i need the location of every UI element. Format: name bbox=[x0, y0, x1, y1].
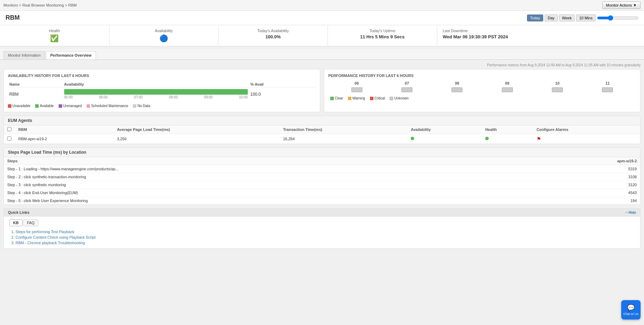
quick-link-3[interactable]: RBM - Chrome playback Troubleshooting bbox=[16, 240, 635, 246]
time-label-4: 09:00 bbox=[204, 95, 213, 99]
last-downtime-stat: Last Downtime Wed Mar 06 19:30:39 PST 20… bbox=[437, 25, 644, 46]
legend-scheduled-maintenance-label: Scheduled Maintenance bbox=[91, 104, 128, 108]
perf-hour-2: 08 bbox=[455, 81, 459, 85]
eum-agents-header: EUM Agents bbox=[4, 116, 640, 125]
avail-legend: Unavailable Available Unmanaged Schedule… bbox=[8, 104, 316, 108]
perf-bar-box-5 bbox=[602, 87, 613, 92]
availability-table: Name Availability % Avail RBM 05: bbox=[8, 81, 316, 101]
kb-tab[interactable]: KB bbox=[9, 219, 22, 226]
avail-col-avail: Availability bbox=[63, 81, 249, 88]
quick-links-title: Quick Links bbox=[8, 210, 29, 214]
perf-note: Performance metrics from Aug 9,2024 12:0… bbox=[3, 63, 641, 67]
time-btn-10mins[interactable]: 10 Mins bbox=[576, 15, 596, 21]
time-btn-week[interactable]: Week bbox=[559, 15, 575, 21]
eum-row-avg-page: 3,256 bbox=[114, 134, 280, 144]
quick-links-list: Steps for performing Test Playback Confi… bbox=[9, 229, 635, 246]
eum-row-checkbox[interactable] bbox=[7, 136, 11, 141]
perf-legend-warning: Warning bbox=[348, 96, 365, 100]
unavailable-dot bbox=[8, 104, 11, 108]
legend-available: Available bbox=[35, 104, 53, 108]
availability-label: Availability bbox=[115, 29, 213, 33]
quick-link-2[interactable]: Configure Content Check using Playback S… bbox=[16, 235, 635, 240]
quick-links-panel: Quick Links ~ Hide KB FAQ Steps for perf… bbox=[3, 208, 641, 249]
avail-bar-labels: 05:00 06:00 07:00 08:00 09:00 10:00 bbox=[64, 95, 248, 99]
avail-green-dot bbox=[411, 137, 414, 140]
time-btn-day[interactable]: Day bbox=[545, 15, 558, 21]
todays-uptime-stat: Today's Uptime 11 Hrs 5 Mins 9 Secs bbox=[328, 25, 437, 46]
clear-dot bbox=[330, 97, 334, 100]
faq-tab[interactable]: FAQ bbox=[23, 219, 38, 226]
table-row: Step - 1 : Loading - https://www.managee… bbox=[4, 165, 640, 173]
eum-col-health: Health bbox=[482, 125, 533, 134]
avail-bar-fill bbox=[64, 89, 248, 95]
no-data-dot bbox=[133, 104, 136, 108]
monitor-actions-button[interactable]: Monitor Actions ▼ bbox=[602, 1, 641, 9]
availability-icon: 🔵 bbox=[115, 34, 213, 42]
step-3: Step - 3 : click synthetic monitoring bbox=[4, 181, 524, 189]
todays-uptime-value: 11 Hrs 5 Mins 9 Secs bbox=[333, 34, 431, 39]
time-label-3: 08:00 bbox=[169, 95, 178, 99]
quick-links-header: Quick Links ~ Hide bbox=[4, 209, 640, 217]
perf-legend-critical: Critical bbox=[370, 96, 385, 100]
eum-col-avg-page: Average Page Load Time(ms) bbox=[114, 125, 280, 134]
avail-col-pct: % Avail bbox=[249, 81, 316, 88]
todays-availability-stat: Today's Availability 100.0% bbox=[218, 25, 328, 46]
time-navigation: Today Day Week 10 Mins bbox=[527, 15, 638, 21]
eum-select-all[interactable] bbox=[7, 127, 11, 131]
perf-legend-clear: Clear bbox=[330, 96, 343, 100]
avail-bar-cell: 05:00 06:00 07:00 08:00 09:00 10:00 bbox=[63, 88, 249, 101]
time-slider[interactable] bbox=[597, 15, 638, 21]
eum-col-rbm: RBM bbox=[15, 125, 114, 134]
perf-hour-0: 06 bbox=[355, 81, 359, 85]
quick-links-body: KB FAQ Steps for performing Test Playbac… bbox=[4, 217, 640, 248]
perf-legend: Clear Warning Critical Unknown bbox=[328, 96, 636, 100]
table-row: Step - 3 : click synthetic monitoring 31… bbox=[4, 181, 640, 189]
legend-scheduled-maintenance: Scheduled Maintenance bbox=[87, 104, 128, 108]
eum-row-avail bbox=[407, 134, 481, 144]
perf-legend-clear-label: Clear bbox=[335, 96, 343, 100]
perf-bar-box-2 bbox=[451, 87, 462, 92]
quick-link-1[interactable]: Steps for performing Test Playback bbox=[16, 229, 635, 235]
steps-header: Steps Page Load Time (ms) by Location bbox=[4, 148, 640, 157]
last-downtime-value: Wed Mar 06 19:30:39 PST 2024 bbox=[443, 34, 638, 39]
eum-col-check bbox=[4, 125, 15, 134]
eum-col-trans: Transaction Time(ms) bbox=[280, 125, 407, 134]
time-label-5: 10:00 bbox=[239, 95, 248, 99]
perf-bar-col-0 bbox=[351, 87, 362, 92]
perf-bars bbox=[328, 87, 636, 92]
perf-bar-col-3 bbox=[502, 87, 513, 92]
todays-availability-label: Today's Availability bbox=[224, 29, 322, 33]
eum-col-avail: Availability bbox=[407, 125, 481, 134]
alarm-icon[interactable]: ⚑ bbox=[537, 136, 541, 142]
availability-history-panel: AVAILABILITY HISTORY FOR LAST 6 HOURS Na… bbox=[3, 69, 320, 112]
perf-bar-col-4 bbox=[552, 87, 563, 92]
step-4-value: 4543 bbox=[524, 189, 640, 197]
charts-row: AVAILABILITY HISTORY FOR LAST 6 HOURS Na… bbox=[3, 69, 641, 112]
time-label-1: 06:00 bbox=[99, 95, 108, 99]
perf-bar-box-4 bbox=[552, 87, 563, 92]
avail-col-name: Name bbox=[8, 81, 63, 88]
page-header: RBM Today Day Week 10 Mins bbox=[0, 11, 644, 25]
scheduled-maintenance-dot bbox=[87, 104, 90, 108]
tab-performance-overview[interactable]: Performance Overview bbox=[46, 51, 96, 59]
hide-link[interactable]: ~ Hide bbox=[626, 211, 636, 214]
perf-legend-critical-label: Critical bbox=[374, 96, 385, 100]
perf-panel-title: PERFORMANCE HISTORY FOR LAST 6 HOURS bbox=[328, 74, 636, 78]
availability-stat: Availability 🔵 bbox=[109, 25, 219, 46]
perf-hour-4: 10 bbox=[555, 81, 559, 85]
perf-legend-unknown: Unknown bbox=[390, 96, 409, 100]
eum-row-trans: 16,284 bbox=[280, 134, 407, 144]
time-btn-today[interactable]: Today bbox=[527, 15, 543, 21]
step-1: Step - 1 : Loading - https://www.managee… bbox=[4, 165, 524, 173]
step-2-value: 3108 bbox=[524, 173, 640, 181]
step-4: Step - 4 : click End-User Monitoring(EUM… bbox=[4, 189, 524, 197]
health-stat: Health ✅ bbox=[0, 25, 109, 46]
unknown-dot bbox=[390, 97, 393, 100]
legend-unavailable: Unavailable bbox=[8, 104, 30, 108]
step-1-value: 5319 bbox=[524, 165, 640, 173]
health-label: Health bbox=[6, 29, 104, 33]
avail-row-pct: 100.0 bbox=[249, 88, 316, 101]
steps-table: Steps apm-w19-2 Step - 1 : Loading - htt… bbox=[4, 157, 640, 204]
tab-monitor-information[interactable]: Monitor Information bbox=[3, 51, 45, 59]
todays-availability-value: 100.0% bbox=[224, 34, 322, 39]
